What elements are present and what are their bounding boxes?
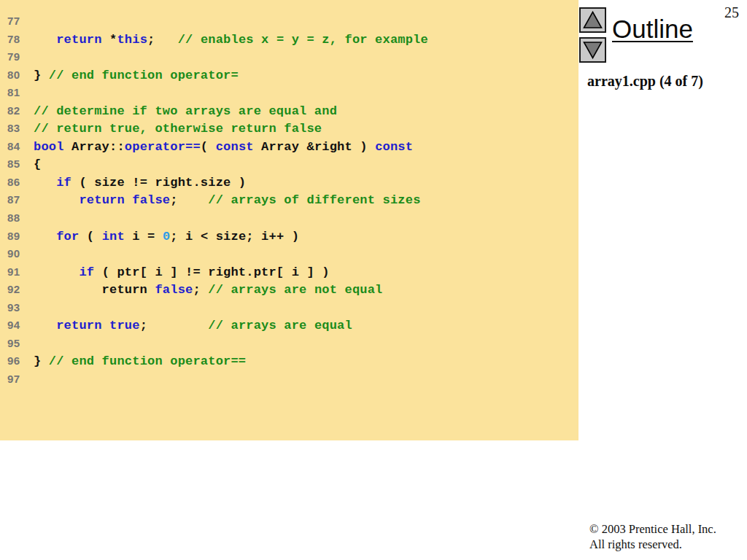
code-token: } [34,354,49,368]
code-line: 97 [0,370,578,389]
nav-up-button[interactable] [579,7,606,33]
line-number: 81 [0,84,34,102]
up-arrow-icon [583,11,603,29]
code-token: // return true, otherwise return false [34,122,322,136]
code-token [34,230,56,244]
line-number: 96 [0,352,34,370]
code-line: 79 [0,48,578,66]
code-line: 94 return true; // arrays are equal [0,316,578,335]
code-token: i = [125,230,163,244]
code-token: false [132,193,170,207]
code-line: 90 [0,245,578,263]
code-token: * [102,33,117,47]
code-token [102,319,109,332]
code-line: 96} // end function operator== [0,352,578,370]
code-token: for [56,230,79,244]
copyright: © 2003 Prentice Hall, Inc. All rights re… [589,522,716,552]
code-token [125,193,132,207]
code-token [34,193,79,207]
down-arrow-icon [583,41,603,59]
code-token: // enables x = y = z, for example [178,33,428,47]
code-token: // end function operator= [49,69,239,82]
line-number: 86 [0,174,34,192]
line-number: 85 [0,155,34,174]
code-token: if [56,176,71,190]
code-token: false [155,283,193,297]
code-token [34,319,56,332]
code-panel: 7778 return *this; // enables x = y = z,… [0,0,578,440]
line-number: 79 [0,48,34,66]
code-listing: 7778 return *this; // enables x = y = z,… [0,12,578,388]
copyright-line1: © 2003 Prentice Hall, Inc. [589,522,716,537]
copyright-line2: All rights reserved. [589,537,716,553]
code-line: 86 if ( size != right.size ) [0,174,578,192]
code-token: return [56,319,101,332]
line-number: 97 [0,370,34,389]
code-token: return [79,193,124,207]
code-token [34,265,79,279]
code-token: { [34,158,41,171]
code-token: Array:: [64,140,125,154]
code-token: // end function operator== [49,354,246,368]
code-token: const [375,140,413,154]
code-token: return [34,283,155,297]
code-token: ( size != right.size ) [71,176,246,190]
code-token: // arrays are equal [208,319,352,332]
code-token: ( [201,140,216,154]
code-line: 84bool Array::operator==( const Array &r… [0,138,578,156]
code-token [34,33,56,47]
code-token: ; [140,319,209,332]
code-token: return [56,33,101,47]
code-token: operator== [125,140,201,154]
code-token [34,176,56,190]
code-line: 77 [0,12,578,31]
page-number: 25 [724,4,739,21]
slide: 7778 return *this; // enables x = y = z,… [0,0,747,560]
code-line: 85{ [0,155,578,174]
line-number: 87 [0,191,34,209]
code-token: bool [34,140,64,154]
code-token: ; [147,33,178,47]
code-token: ( ptr[ i ] != right.ptr[ i ] ) [94,265,329,279]
code-token: ; [170,193,208,207]
code-token: if [79,265,94,279]
line-number: 80 [0,66,34,85]
code-token: // arrays of different sizes [208,193,420,207]
nav-down-button[interactable] [579,37,606,63]
code-token: ; [193,283,208,297]
code-token: int [102,230,125,244]
code-token: 0 [163,230,170,244]
code-token: this [117,33,147,47]
code-token: ; i < size; i++ ) [170,230,299,244]
code-line: 83// return true, otherwise return false [0,120,578,138]
code-token: } [34,69,49,82]
file-label: array1.cpp (4 of 7) [587,73,703,90]
line-number: 89 [0,228,34,246]
line-number: 83 [0,120,34,138]
code-line: 81 [0,84,578,102]
code-token: Array &right ) [254,140,375,154]
line-number: 91 [0,263,34,281]
code-token: // determine if two arrays are equal and [34,104,337,118]
line-number: 94 [0,316,34,335]
outline-title: Outline [612,15,693,44]
code-line: 87 return false; // arrays of different … [0,191,578,209]
code-token: const [216,140,254,154]
code-line: 88 [0,209,578,228]
code-line: 78 return *this; // enables x = y = z, f… [0,31,578,49]
code-line: 92 return false; // arrays are not equal [0,281,578,299]
code-line: 93 [0,299,578,317]
line-number: 82 [0,102,34,120]
line-number: 90 [0,245,34,263]
code-line: 82// determine if two arrays are equal a… [0,102,578,120]
line-number: 93 [0,299,34,317]
code-line: 95 [0,335,578,353]
code-token: // arrays are not equal [208,283,382,297]
line-number: 92 [0,281,34,299]
code-line: 91 if ( ptr[ i ] != right.ptr[ i ] ) [0,263,578,281]
code-line: 89 for ( int i = 0; i < size; i++ ) [0,228,578,246]
line-number: 84 [0,138,34,156]
nav-buttons [579,7,606,63]
line-number: 77 [0,12,34,31]
line-number: 78 [0,31,34,49]
